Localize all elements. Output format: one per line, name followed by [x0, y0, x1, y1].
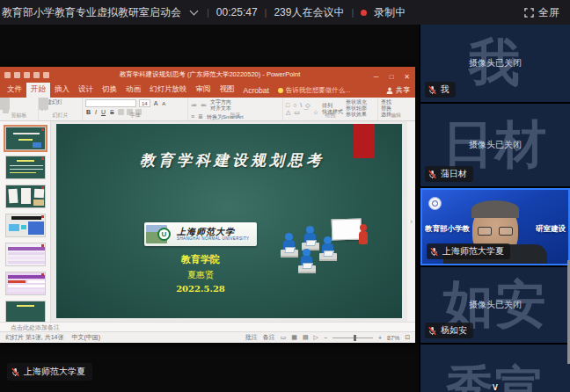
participant-count[interactable]: 239人在会议中 [274, 5, 344, 20]
notes-pane[interactable]: 点击此处添加备注 [0, 322, 415, 331]
participant-name-label: 杨如安 [425, 323, 473, 338]
find-button[interactable]: 查找 [381, 99, 411, 105]
align-text-button[interactable]: 对齐文本 [210, 105, 231, 112]
zoom-level[interactable]: 87% [387, 335, 399, 341]
tab-slideshow[interactable]: 幻灯片放映 [145, 83, 192, 98]
slide-thumbnail-7[interactable] [5, 301, 46, 322]
window-controls: ─ □ ✕ [370, 67, 413, 83]
notes-button[interactable]: 备注 [263, 333, 275, 342]
ribbon: 剪贴板 新建幻灯片 幻灯片 14 AA B I U S [0, 98, 415, 121]
quick-access-toolbar[interactable] [4, 72, 49, 78]
ppt-share-button[interactable]: 共享 [386, 85, 410, 98]
slide-counter: 幻灯片 第1张, 共14张 [5, 333, 64, 342]
slide-title: 教育学科建设规划思考 [109, 150, 355, 171]
tab-view[interactable]: 视图 [216, 83, 239, 98]
university-logo-icon: U [157, 228, 171, 241]
mic-muted-icon [429, 247, 439, 257]
slide-thumbnail-4[interactable] [5, 214, 46, 237]
tab-file[interactable]: 文件 [3, 83, 26, 98]
slide-canvas[interactable]: 教育学科建设规划思考 U 上海师范大学 SHANGHAI NORMAL UNIV… [56, 124, 402, 318]
teacher-figure [360, 224, 367, 231]
tab-transitions[interactable]: 切换 [98, 83, 121, 98]
font-name-box[interactable] [85, 99, 136, 107]
camera-off-text: 摄像头已关闭 [420, 57, 570, 69]
minimize-icon[interactable]: ─ [370, 73, 382, 81]
virtual-bg-logo-icon [428, 197, 442, 210]
mic-muted-icon [11, 367, 20, 377]
university-name-cn: 上海师范大学 [177, 227, 250, 236]
tab-design[interactable]: 设计 [74, 83, 98, 98]
virtual-bg-text-left: 教育部小学教 [425, 224, 470, 235]
slide-date: 2022.5.28 [144, 284, 257, 294]
new-slide-icon[interactable] [39, 98, 48, 110]
shape-fill-button[interactable]: 形状填充 [346, 99, 367, 105]
fullscreen-button[interactable]: 全屏 [524, 5, 559, 20]
paste-icon[interactable] [0, 98, 10, 110]
ribbon-tab-bar: 文件 开始 插入 设计 切换 动画 幻灯片放映 审阅 视图 Acrobat 告诉… [0, 83, 415, 98]
classroom-clipart [279, 219, 370, 279]
slide-thumbnail-2[interactable] [5, 156, 46, 179]
slide-thumbnail-1[interactable] [5, 127, 46, 150]
camera-off-text: 摄像头已关闭 [420, 139, 570, 151]
shrink-font-icon[interactable]: A [161, 101, 166, 106]
shape-outline-button[interactable]: 形状轮廓 [346, 105, 367, 112]
slide-sorter-icon[interactable]: ▦ [291, 334, 297, 341]
meeting-topbar: 教育部小学教育专业虚拟教研室启动会 | 00:25:47 | 239人在会议中 … [0, 0, 570, 25]
slide-scrollbar[interactable]: › [407, 121, 415, 322]
slide-editing-area: 教育学科建设规划思考 U 上海师范大学 SHANGHAI NORMAL UNIV… [51, 121, 415, 322]
participant-tile[interactable]: 日材 摄像头已关闭 蒲日材 [420, 104, 570, 186]
replace-button[interactable]: 替换 [381, 105, 411, 112]
fullscreen-label: 全屏 [538, 5, 559, 20]
speaker-hair [471, 200, 519, 218]
tell-me-search[interactable]: 告诉我您想要做什么... [278, 86, 351, 98]
tab-animations[interactable]: 动画 [121, 83, 145, 98]
text-direction-button[interactable]: 文字方向 [210, 99, 231, 105]
divider: | [265, 7, 267, 18]
grow-font-icon[interactable]: A [153, 100, 159, 106]
divider: | [207, 7, 209, 18]
zoom-out-icon[interactable]: − [324, 335, 327, 341]
participant-tile[interactable]: 如安 摄像头已关闭 杨如安 [420, 267, 570, 343]
font-size-box[interactable]: 14 [139, 99, 150, 107]
ribbon-group-font: 14 AA B I U S 字体 [83, 98, 188, 120]
tab-acrobat[interactable]: Acrobat [239, 84, 274, 98]
fit-slide-icon[interactable]: ⊡ [405, 334, 410, 341]
tab-review[interactable]: 审阅 [192, 83, 216, 98]
close-icon[interactable]: ✕ [401, 73, 413, 81]
scroll-down-chevron-icon[interactable]: ∨ [420, 382, 570, 391]
slideshow-icon[interactable]: ▷ [314, 334, 318, 341]
comments-button[interactable]: 批注 [245, 333, 258, 342]
tab-insert[interactable]: 插入 [50, 83, 74, 98]
ppt-titlebar: 教育学科建设规划思考 (广东师范大学20220520) - PowerPoint… [0, 67, 415, 83]
arrange-button[interactable]: 排列 [322, 103, 343, 109]
reading-view-icon[interactable]: ▤ [303, 334, 309, 341]
slide-thumbnail-3[interactable] [5, 185, 46, 208]
normal-view-icon[interactable]: ▭ [281, 334, 287, 341]
slide-thumbnail-6[interactable] [5, 272, 46, 295]
meeting-title: 教育部小学教育专业虚拟教研室启动会 [2, 5, 181, 20]
language-indicator[interactable]: 中文(中国) [72, 333, 101, 342]
participant-tile-active-speaker[interactable]: 教育部小学教 研室建设 上海师范大学夏 [420, 188, 570, 265]
slide-author: 夏惠贤 [144, 269, 257, 281]
recording-dot-icon [361, 10, 367, 16]
mic-muted-icon [428, 326, 437, 336]
slide-department: 教育学院 [144, 253, 257, 266]
maximize-icon[interactable]: □ [386, 73, 398, 81]
glasses-icon [478, 227, 513, 236]
zoom-slider[interactable] [332, 338, 373, 338]
virtual-bg-text-right: 研室建设 [536, 224, 566, 235]
slide-thumbnail-5[interactable] [5, 243, 46, 266]
meeting-timer: 00:25:47 [216, 6, 258, 18]
recording-status: 录制中 [374, 5, 406, 20]
bullet-list-icon[interactable]: ≔ ≕ [191, 102, 208, 109]
slide-thumbnail-panel [0, 121, 51, 322]
chevron-down-icon[interactable] [190, 6, 199, 15]
mic-muted-icon [428, 85, 437, 95]
zoom-in-icon[interactable]: + [378, 335, 382, 341]
tab-home[interactable]: 开始 [26, 83, 50, 98]
shared-screen-area: 教育学科建设规划思考 (广东师范大学20220520) - PowerPoint… [0, 25, 419, 392]
mic-muted-icon [428, 170, 437, 179]
participant-sidebar: 我 摄像头已关闭 我 日材 摄像头已关闭 [420, 25, 570, 392]
participant-tile-me[interactable]: 我 摄像头已关闭 我 [420, 25, 570, 102]
participant-name-label: 我 [425, 82, 456, 98]
